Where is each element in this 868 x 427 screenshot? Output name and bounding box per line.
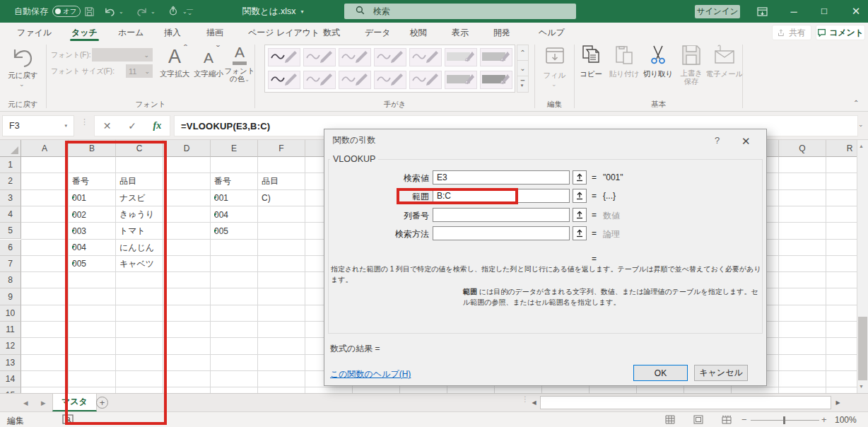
page-layout-view-icon[interactable] — [693, 415, 703, 426]
row-header-14[interactable]: 14 — [0, 371, 21, 387]
row-header-5[interactable]: 5 — [0, 223, 21, 239]
column-header-A[interactable]: A — [21, 140, 69, 157]
cancel-entry-button[interactable]: ✕ — [103, 120, 112, 131]
expand-formula-bar-icon[interactable]: ⌄ — [858, 121, 864, 128]
normal-view-icon[interactable] — [665, 415, 675, 426]
hscroll-left-icon[interactable]: ◀ — [529, 396, 539, 409]
name-box[interactable]: F3 ▾ — [2, 115, 74, 136]
cell-F3[interactable]: C) — [258, 190, 305, 206]
row-header-15[interactable]: 15 — [0, 387, 21, 393]
font-name-combobox[interactable]: ⌄ — [92, 48, 153, 62]
fill-button[interactable] — [545, 47, 565, 68]
arg-input-0[interactable]: E3 — [433, 170, 570, 185]
arg-input-2[interactable] — [433, 208, 570, 222]
select-all-corner[interactable] — [0, 140, 21, 157]
undo-dropdown-icon[interactable]: ⌄ — [119, 8, 124, 15]
tab-view[interactable]: 表示 — [450, 23, 470, 42]
arg-input-3[interactable] — [433, 226, 570, 240]
confirm-entry-button[interactable]: ✓ — [128, 120, 136, 131]
collapse-ribbon-icon[interactable]: ⌃ — [853, 99, 859, 107]
font-size-combobox[interactable]: 11⌄ — [126, 64, 153, 78]
email-button[interactable]: 電子メール — [705, 44, 744, 79]
paste-button[interactable]: 貼り付け — [607, 44, 641, 79]
tab-review[interactable]: 校閲 — [409, 23, 428, 42]
row-header-12[interactable]: 12 — [0, 338, 21, 354]
row-header-6[interactable]: 6 — [0, 240, 21, 256]
sign-in-button[interactable]: サインイン — [695, 5, 740, 18]
customize-qat-icon[interactable]: —⌄ — [187, 0, 193, 23]
touch-mode-button[interactable]: ⌄ — [168, 0, 187, 23]
name-box-dropdown-icon[interactable]: ▾ — [64, 123, 67, 129]
tab-developer[interactable]: 開発 — [492, 23, 512, 42]
ink-pen-tile-pen-grey-r2c5[interactable] — [409, 71, 442, 89]
row-header-7[interactable]: 7 — [0, 256, 21, 272]
ink-pen-tile-pen-grey-r1c5[interactable] — [409, 48, 442, 66]
ink-pen-tile-pen-grey-r1c4[interactable] — [374, 48, 406, 66]
vertical-scrollbar[interactable]: ▲ ▼ — [857, 140, 868, 393]
ink-gallery-more-button[interactable]: ▔▾ — [517, 76, 529, 93]
copy-button[interactable]: コピー — [575, 44, 607, 79]
row-header-11[interactable]: 11 — [0, 322, 21, 338]
page-break-view-icon[interactable] — [722, 415, 732, 426]
ink-pen-tile-hl-light-r1c6[interactable] — [445, 48, 477, 66]
row-header-1[interactable]: 1 — [0, 157, 21, 173]
column-header-E[interactable]: E — [211, 140, 258, 157]
vertical-scroll-thumb[interactable] — [858, 317, 867, 380]
search-box[interactable]: 検索 — [344, 4, 576, 19]
tab-data[interactable]: データ — [363, 23, 392, 42]
tab-scrollbar-splitter[interactable]: ⋮ — [522, 398, 529, 402]
undo-large-button[interactable] — [8, 47, 35, 74]
dialog-help-icon[interactable]: ? — [715, 135, 720, 146]
row-header-2[interactable]: 2 — [0, 173, 21, 189]
tab-home[interactable]: ホーム — [117, 23, 146, 42]
row-header-9[interactable]: 9 — [0, 288, 21, 305]
ink-pen-tile-pen-grey-r1c3[interactable] — [339, 48, 371, 66]
tab-touch[interactable]: タッチ — [70, 23, 99, 42]
ink-gallery-down-button[interactable]: ⌄ — [517, 60, 529, 76]
ink-pen-tile-pen-dark-r2c1[interactable] — [268, 71, 300, 89]
ink-pen-tile-pen-grey-r2c4[interactable] — [374, 71, 406, 89]
ink-pen-tile-pen-grey-r1c2[interactable] — [303, 48, 336, 66]
grow-font-button[interactable]: Aˆ 文字拡大 — [158, 42, 191, 79]
minimize-button[interactable]: ─ — [789, 0, 799, 23]
scroll-up-icon[interactable]: ▲ — [859, 144, 864, 148]
column-header-Q[interactable]: Q — [779, 140, 826, 157]
cut-button[interactable]: 切り取り — [641, 44, 675, 79]
function-help-link[interactable]: この関数のヘルプ(H) — [330, 368, 411, 380]
undo-button[interactable]: ⌄ — [104, 0, 124, 23]
tab-help[interactable]: ヘルプ — [537, 23, 566, 42]
tab-insert[interactable]: 挿入 — [163, 23, 182, 42]
save-icon[interactable] — [84, 0, 95, 23]
row-header-10[interactable]: 10 — [0, 305, 21, 322]
insert-function-button[interactable]: fx — [153, 120, 161, 131]
tab-formulas[interactable]: 数式 — [322, 23, 341, 42]
zoom-slider-thumb[interactable] — [783, 416, 785, 424]
row-header-3[interactable]: 3 — [0, 190, 21, 206]
sheet-nav-prev-icon[interactable]: ◀ — [23, 399, 28, 406]
column-header-D[interactable]: D — [163, 140, 211, 157]
ink-pen-tile-hl-dark-r2c7[interactable] — [480, 71, 512, 89]
redo-dropdown-icon[interactable]: ⌄ — [151, 8, 156, 15]
ink-pen-tile-hl-mid-r2c6[interactable] — [445, 71, 477, 89]
cancel-button[interactable]: キャンセル — [694, 365, 748, 381]
maximize-button[interactable]: ☐ — [819, 0, 829, 23]
tab-page-layout[interactable]: ページ レイアウト — [247, 23, 321, 42]
arg-collapse-button-2[interactable] — [573, 208, 587, 222]
sheet-nav-next-icon[interactable]: ▶ — [41, 399, 46, 406]
redo-button[interactable]: ⌄ — [136, 0, 156, 23]
ribbon-display-options-button[interactable] — [757, 0, 768, 23]
horizontal-scroll-thumb[interactable] — [540, 396, 831, 409]
font-color-button[interactable]: A フォントの色⌄ — [223, 44, 256, 83]
undo-gallery-dropdown-icon[interactable]: ⌄ — [19, 81, 25, 88]
row-header-13[interactable]: 13 — [0, 355, 21, 371]
ink-pen-tile-pen-grey-r2c2[interactable] — [303, 71, 336, 89]
tab-file[interactable]: ファイル — [16, 23, 53, 42]
ink-pen-tile-pen-grey-r2c3[interactable] — [339, 71, 371, 89]
cell-E3[interactable]: 001 — [211, 190, 258, 206]
tab-draw[interactable]: 描画 — [205, 23, 225, 42]
ink-pen-tile-hl-mid-r1c7[interactable] — [480, 48, 512, 66]
zoom-out-icon[interactable]: − — [741, 414, 747, 425]
row-header-4[interactable]: 4 — [0, 206, 21, 223]
scroll-down-icon[interactable]: ▼ — [859, 384, 864, 389]
arg-collapse-button-1[interactable] — [573, 189, 587, 203]
